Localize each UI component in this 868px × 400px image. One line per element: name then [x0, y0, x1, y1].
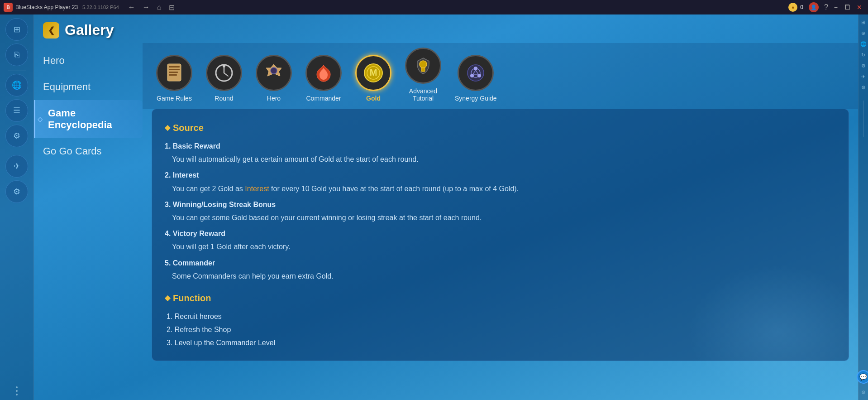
- back-button[interactable]: ❮: [43, 22, 59, 39]
- right-sidebar: ⊞ ⊕ 🌐 ↻ ⚙ ✈ ⚙ 💬 ⚙: [858, 14, 868, 400]
- left-sidebar: ⊞ ⎘ 🌐 ☰ ⚙ ✈ ⚙: [0, 14, 34, 400]
- nav-label-commander: Commander: [306, 95, 341, 102]
- interest-highlight: Interest: [245, 185, 269, 193]
- rs-icon-4[interactable]: ↻: [859, 51, 868, 59]
- rs-icon-1[interactable]: ⊞: [859, 18, 868, 26]
- close-button[interactable]: ✕: [854, 4, 864, 11]
- nav-circle-hero: [256, 55, 292, 91]
- svg-point-10: [271, 67, 277, 74]
- function-item-2: 2. Refresh the Shop: [165, 323, 836, 336]
- svg-rect-1: [169, 66, 180, 67]
- nav-round[interactable]: Round: [206, 55, 242, 102]
- nav-forward-button[interactable]: →: [141, 3, 152, 11]
- nav-label-gold: Gold: [366, 95, 381, 102]
- svg-rect-3: [169, 72, 178, 73]
- rs-icon-7[interactable]: ⚙: [859, 83, 868, 92]
- source-item-2-number: 2. Interest: [165, 169, 836, 181]
- svg-point-18: [474, 67, 477, 70]
- nav-game-rules[interactable]: Game Rules: [156, 55, 192, 102]
- source-item-1-number: 1. Basic Reward: [165, 140, 836, 152]
- nav-label-hero: Hero: [267, 95, 281, 102]
- svg-text:M: M: [370, 67, 377, 77]
- title-bar-left: B BlueStacks App Player 23 5.22.0.1102 P…: [4, 3, 119, 12]
- encyclopedia-content: Source 1. Basic Reward You will automati…: [152, 109, 849, 361]
- svg-rect-15: [421, 68, 425, 72]
- coin-icon: ●: [788, 3, 797, 12]
- nav-bookmark-button[interactable]: ⊟: [167, 3, 176, 12]
- title-bar: B BlueStacks App Player 23 5.22.0.1102 P…: [0, 0, 868, 14]
- function-item-1: 1. Recruit heroes: [165, 310, 836, 323]
- sidebar-icon-7[interactable]: ⚙: [5, 180, 28, 203]
- encyclopedia-content-area: Source 1. Basic Reward You will automati…: [143, 109, 858, 400]
- source-item-1-desc: You will automatically get a certain amo…: [165, 153, 836, 165]
- app-icon: B: [4, 3, 13, 12]
- nav-home-button[interactable]: ⌂: [155, 3, 163, 11]
- profile-icon[interactable]: 👤: [809, 2, 819, 12]
- left-nav: Hero Equipment GameEncyclopedia Go Go Ca…: [34, 43, 143, 400]
- nav-circle-gold: M: [355, 55, 391, 91]
- nav-label-round: Round: [215, 95, 233, 102]
- coin-count: 0: [800, 4, 803, 10]
- rs-chat-button[interactable]: 💬: [857, 370, 868, 384]
- sidebar-separator-2: [8, 152, 26, 152]
- sidebar-icon-6[interactable]: ✈: [5, 155, 28, 178]
- svg-line-8: [224, 73, 228, 76]
- nav-commander[interactable]: Commander: [305, 55, 342, 102]
- app-title: BlueStacks App Player 23: [15, 4, 78, 10]
- source-section-title: Source: [165, 120, 836, 135]
- nav-synergy-guide[interactable]: Synergy Guide: [455, 55, 497, 102]
- nav-label-advanced-tutorial: Advanced Tutorial: [405, 87, 441, 102]
- nav-item-go-go-cards[interactable]: Go Go Cards: [34, 138, 143, 164]
- svg-rect-2: [169, 69, 180, 70]
- main-area: ⊞ ⎘ 🌐 ☰ ⚙ ✈ ⚙ ❮ Gallery Hero Equip: [0, 14, 868, 400]
- nav-label-synergy-guide: Synergy Guide: [455, 95, 497, 102]
- source-item-3-desc: You can get some Gold based on your curr…: [165, 212, 836, 224]
- function-item-3: 3. Level up the Commander Level: [165, 337, 836, 349]
- rs-icon-6[interactable]: ✈: [859, 72, 868, 81]
- content-body: Hero Equipment GameEncyclopedia Go Go Ca…: [34, 43, 858, 400]
- rs-icon-8[interactable]: ⚙: [859, 388, 868, 396]
- sidebar-icon-1[interactable]: ⊞: [5, 18, 28, 41]
- main-panel: Game Rules Round: [143, 43, 858, 400]
- nav-label-game-rules: Game Rules: [157, 95, 192, 102]
- rs-line: [863, 101, 863, 137]
- nav-advanced-tutorial[interactable]: Advanced Tutorial: [405, 48, 441, 102]
- sidebar-dots[interactable]: [16, 386, 18, 400]
- source-item-2-desc: You can get 2 Gold as Interest for every…: [165, 183, 836, 195]
- nav-circle-round: [206, 55, 242, 91]
- source-item-5-desc: Some Commanders can help you earn extra …: [165, 270, 836, 282]
- nav-circle-game-rules: [156, 55, 192, 91]
- sidebar-icon-2[interactable]: ⎘: [5, 43, 28, 66]
- nav-item-hero[interactable]: Hero: [34, 48, 143, 74]
- sidebar-icon-4[interactable]: ☰: [5, 99, 28, 122]
- source-item-5-number: 5. Commander: [165, 257, 836, 269]
- help-button[interactable]: ?: [822, 3, 830, 11]
- source-item-4-number: 4. Victory Reward: [165, 227, 836, 240]
- gallery-header: ❮ Gallery: [34, 14, 858, 43]
- sidebar-separator-1: [8, 71, 26, 71]
- sidebar-icon-5[interactable]: ⚙: [5, 125, 28, 147]
- center-content: ❮ Gallery Hero Equipment GameEncyclopedi…: [34, 14, 858, 400]
- app-version: 5.22.0.1102 P64: [82, 5, 119, 10]
- svg-point-14: [420, 61, 427, 68]
- rs-icon-3[interactable]: 🌐: [859, 40, 868, 48]
- source-item-3-number: 3. Winning/Losing Streak Bonus: [165, 198, 836, 211]
- nav-item-equipment[interactable]: Equipment: [34, 74, 143, 100]
- nav-item-game-encyclopedia[interactable]: GameEncyclopedia: [34, 100, 143, 138]
- nav-circle-synergy-guide: [458, 55, 494, 91]
- nav-circle-advanced-tutorial: [405, 48, 441, 84]
- gallery-title: Gallery: [65, 22, 114, 39]
- nav-hero[interactable]: Hero: [256, 55, 292, 102]
- source-item-4-desc: You will get 1 Gold after each victory.: [165, 241, 836, 253]
- nav-circle-commander: [305, 55, 342, 91]
- rs-icon-2[interactable]: ⊕: [859, 29, 868, 37]
- sidebar-icon-3[interactable]: 🌐: [5, 74, 28, 96]
- rs-icon-5[interactable]: ⚙: [859, 62, 868, 70]
- restore-button[interactable]: ⧠: [842, 4, 853, 11]
- icon-nav: Game Rules Round: [143, 43, 858, 109]
- nav-gold[interactable]: M Gold: [355, 55, 391, 102]
- minimize-button[interactable]: −: [832, 4, 840, 11]
- nav-back-button[interactable]: ←: [126, 3, 137, 11]
- svg-rect-4: [169, 74, 177, 76]
- function-section-title: Function: [165, 290, 836, 306]
